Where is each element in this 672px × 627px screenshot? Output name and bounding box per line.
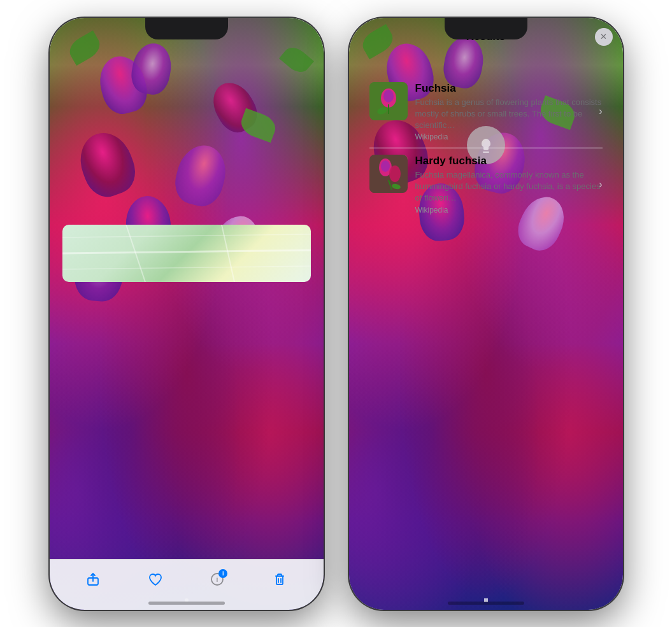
hardy-fuchsia-desc: Fuchsia magellanica, commonly known as t…	[415, 169, 603, 204]
svg-point-18	[389, 166, 401, 182]
fuchsia-content: Fuchsia Fuchsia is a genus of flowering …	[415, 82, 603, 142]
fuchsia-title: Fuchsia	[415, 82, 603, 95]
phone-2: Results ✕ Siri Knowledge Show More	[349, 18, 623, 610]
knowledge-list: Fuchsia Fuchsia is a genus of flowering …	[359, 73, 613, 223]
knowledge-item-fuchsia[interactable]: Fuchsia Fuchsia is a genus of flowering …	[369, 76, 603, 149]
favorite-button[interactable]	[141, 565, 169, 593]
phone2-notch	[445, 18, 527, 39]
info-button[interactable]: i i	[203, 565, 231, 593]
home-indicator	[148, 602, 225, 605]
hardy-fuchsia-content: Hardy fuchsia Fuchsia magellanica, commo…	[415, 155, 603, 215]
phone2-home-indicator	[448, 602, 524, 605]
fuchsia-chevron: ›	[599, 106, 602, 117]
svg-point-13	[383, 90, 394, 102]
svg-line-2	[62, 250, 311, 253]
map-section[interactable]	[62, 225, 311, 282]
hardy-fuchsia-thumbnail	[369, 155, 408, 193]
delete-button[interactable]	[266, 565, 294, 593]
info-badge: i	[218, 569, 227, 578]
svg-point-17	[381, 160, 390, 172]
svg-text:i: i	[217, 576, 218, 583]
phone1-screen: Add a Caption Look Up – Plant › Monday •…	[50, 18, 324, 610]
siri-knowledge-wrapper: Siri Knowledge Show More	[349, 51, 623, 230]
phone-1: Add a Caption Look Up – Plant › Monday •…	[50, 18, 324, 610]
hardy-fuchsia-source: Wikipedia	[415, 206, 603, 215]
knowledge-item-hardy-fuchsia[interactable]: Hardy fuchsia Fuchsia magellanica, commo…	[369, 148, 603, 221]
fuchsia-source: Wikipedia	[415, 132, 603, 141]
svg-line-6	[62, 266, 311, 269]
svg-line-4	[222, 225, 234, 282]
fuchsia-thumbnail	[369, 82, 408, 120]
hardy-fuchsia-title: Hardy fuchsia	[415, 155, 603, 167]
close-button[interactable]: ✕	[595, 28, 613, 46]
share-button[interactable]	[79, 565, 107, 593]
hardy-fuchsia-chevron: ›	[599, 179, 602, 190]
fuchsia-desc: Fuchsia is a genus of flowering plants t…	[415, 97, 603, 132]
svg-line-5	[62, 234, 311, 237]
phone-notch	[145, 18, 228, 39]
phone2-screen: Results ✕ Siri Knowledge Show More	[349, 18, 623, 610]
